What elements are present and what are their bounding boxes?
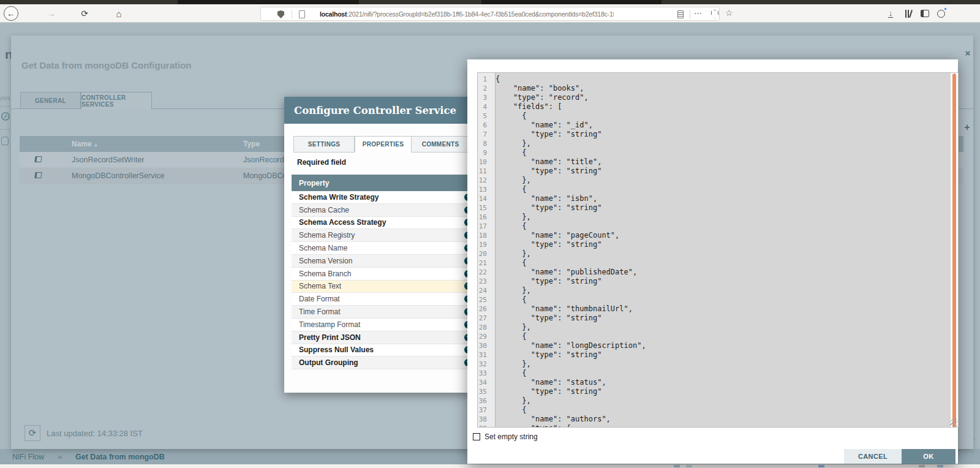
browser-tab[interactable] [178, 0, 359, 4]
account-icon[interactable] [933, 6, 948, 21]
property-rows: Schema Write Strategy?Schema Cache?Schem… [292, 191, 479, 369]
required-field-note: Required field [297, 158, 346, 167]
url-bar[interactable]: localhost:2021/nifi/?processGroupId=b2ef… [260, 7, 720, 21]
last-updated-text: Last updated: 14:33:28 IST [47, 429, 143, 438]
code-line: 16 }, [478, 213, 958, 222]
name-column-header[interactable]: Name ▲ [72, 140, 243, 148]
property-row[interactable]: Output Grouping? [292, 357, 479, 369]
library-icon[interactable] [902, 6, 916, 21]
pan-hand-icon[interactable] [1, 137, 9, 145]
code-line: 25 { [478, 295, 958, 304]
property-row[interactable]: Schema Write Strategy? [292, 191, 479, 204]
bookmark-star-icon[interactable]: ☆ [725, 8, 733, 18]
property-row[interactable]: Time Format? [292, 306, 479, 319]
back-icon[interactable]: ← [4, 6, 18, 21]
scrollbar-thumb[interactable] [952, 74, 956, 428]
line-number: 1 [478, 75, 492, 84]
property-column-header: Property [292, 175, 479, 191]
scrollbar-track[interactable] [951, 73, 958, 427]
property-row[interactable]: Date Format? [292, 293, 479, 306]
line-number: 36 [478, 396, 492, 406]
sidebar-toggle-icon[interactable] [918, 6, 932, 21]
tab-controller-services[interactable]: CONTROLLER SERVICES [81, 92, 152, 110]
property-row[interactable]: Schema Access Strategy? [292, 217, 479, 230]
property-row[interactable]: Schema Branch? [292, 268, 479, 281]
taskbar-fragment [674, 465, 680, 467]
property-label: Timestamp Format [299, 320, 464, 329]
line-number: 33 [478, 369, 492, 378]
line-number: 2 [478, 84, 492, 93]
breadcrumb-root-link[interactable]: NiFi Flow [12, 453, 44, 461]
line-number: 23 [478, 277, 492, 286]
code-line: 7 "type": "string" [478, 130, 958, 139]
line-number: 8 [478, 139, 492, 148]
set-empty-string-label: Set empty string [484, 432, 538, 441]
code-text: }, [492, 396, 531, 406]
add-controller-service-icon[interactable]: + [962, 122, 973, 133]
navigate-gauge-icon[interactable] [1, 112, 10, 121]
breadcrumb-current: Get Data from mongoDB [75, 453, 165, 461]
property-label: Schema Text [299, 282, 464, 290]
forward-icon[interactable]: → [44, 6, 59, 21]
code-line: 4 "fields": [ [478, 102, 958, 111]
browser-tab[interactable] [481, 0, 662, 4]
code-line: 34 "name": "status", [478, 378, 958, 387]
reload-icon[interactable]: ⟳ [77, 6, 92, 21]
code-line: 36 }, [478, 396, 958, 406]
refresh-button[interactable]: ⟳ [24, 425, 40, 441]
property-row[interactable]: Schema Name? [292, 242, 479, 255]
tab-properties[interactable]: PROPERTIES [355, 136, 412, 153]
property-label: Schema Registry [299, 231, 464, 240]
dialog-title: Get Data from mongoDB Configuration [21, 60, 192, 70]
code-line: 21 { [478, 259, 958, 268]
save-to-pocket-icon[interactable] [711, 10, 718, 18]
cancel-button[interactable]: CANCEL [844, 449, 902, 464]
code-line: 23 "type": "string" [478, 277, 958, 286]
tab-comments[interactable]: COMMENTS [412, 136, 470, 153]
page-info-icon[interactable] [299, 10, 305, 18]
home-icon[interactable]: ⌂ [111, 6, 126, 21]
code-text: "type": "string" [492, 277, 601, 286]
url-path: :2021/nifi/?processGroupId=b2ef318b-1ff6… [347, 10, 614, 18]
property-row[interactable]: Schema Text? [292, 281, 479, 293]
line-number: 28 [478, 323, 492, 332]
tab-general[interactable]: GENERAL [20, 92, 81, 109]
tracking-protection-shield-icon[interactable] [277, 10, 284, 18]
property-row[interactable]: Suppress Null Values? [292, 344, 479, 357]
code-text: { [492, 148, 527, 157]
taskbar-fragment [686, 465, 692, 467]
page-actions-icon[interactable]: ⋯ [694, 9, 703, 18]
configure-controller-service-dialog: Configure Controller Service SETTINGS PR… [284, 97, 472, 393]
code-text: "type": "string" [492, 387, 601, 396]
property-row[interactable]: Schema Cache? [292, 204, 479, 217]
set-empty-string-checkbox[interactable] [473, 433, 480, 440]
schema-text-editor[interactable]: 1{2 "name": "books",3 "type": "record",4… [477, 72, 959, 428]
resize-handle[interactable] [950, 419, 957, 426]
code-line: 10 "name": "title", [478, 157, 958, 167]
reader-mode-icon[interactable] [677, 10, 684, 18]
code-lines[interactable]: 1{2 "name": "books",3 "type": "record",4… [478, 75, 958, 428]
dialog-title: Configure Controller Service [284, 97, 472, 124]
code-line: 15 "type": "string" [478, 203, 958, 213]
property-row[interactable]: Pretty Print JSON? [292, 331, 479, 344]
line-number: 24 [478, 286, 492, 295]
tab-settings[interactable]: SETTINGS [293, 136, 355, 153]
line-number: 16 [478, 213, 492, 222]
line-number: 7 [478, 130, 492, 139]
line-number: 10 [478, 157, 492, 167]
code-text: { [492, 369, 527, 378]
sort-asc-icon: ▲ [94, 143, 98, 147]
divider [690, 10, 690, 19]
code-line: 3 "type": "record", [478, 93, 958, 102]
property-label: Output Grouping [299, 358, 464, 367]
url-text[interactable]: localhost:2021/nifi/?processGroupId=b2ef… [320, 10, 614, 19]
downloads-icon[interactable]: ↓ [883, 6, 898, 21]
property-label: Schema Cache [299, 206, 464, 214]
property-row[interactable]: Timestamp Format? [292, 319, 479, 331]
ok-button[interactable]: OK [902, 449, 956, 464]
close-icon[interactable]: × [962, 48, 973, 59]
divider [0, 106, 10, 107]
property-row[interactable]: Schema Version? [292, 255, 479, 268]
property-row[interactable]: Schema Registry? [292, 229, 479, 242]
set-empty-string-row: Set empty string [473, 432, 538, 441]
